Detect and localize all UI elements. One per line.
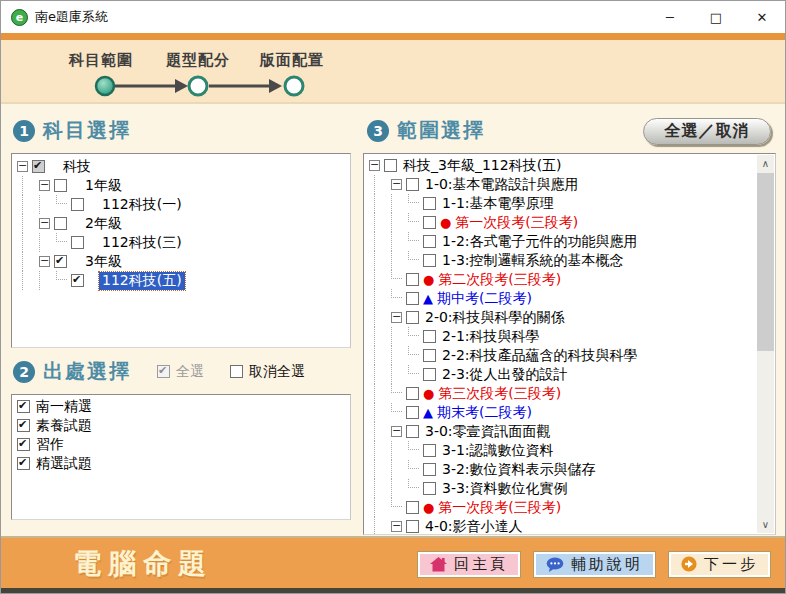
tree-checkbox[interactable] [54,217,67,230]
source-item[interactable]: 精選試題 [12,454,350,473]
tree-checkbox[interactable] [423,254,436,267]
tree-item-label[interactable]: 1-3:控制邏輯系統的基本概念 [439,252,627,270]
tree-item-label[interactable]: 科技 [60,158,94,176]
expander-minus-icon[interactable]: − [391,312,402,323]
tree-checkbox[interactable] [423,444,436,457]
tree-row[interactable]: −1-0:基本電路設計與應用 [364,175,757,194]
select-all-checkbox-icon[interactable] [157,365,170,378]
tree-item-label[interactable]: 112科技(五) [99,272,185,290]
tree-checkbox[interactable] [423,463,436,476]
tree-row[interactable]: −科技 [12,157,350,176]
source-item-checkbox[interactable] [17,457,30,470]
tree-row[interactable]: 2-3:從人出發的設計 [364,365,757,384]
home-button[interactable]: 回主頁 [417,551,521,578]
tree-row[interactable]: 112科技(五) [12,271,350,290]
tree-item-label[interactable]: 3年級 [82,253,125,271]
source-item[interactable]: 素養試題 [12,416,350,435]
scroll-up-icon[interactable]: ∧ [757,155,774,172]
tree-item-label[interactable]: 科技_3年級_112科技(五) [400,157,565,175]
expander-minus-icon[interactable]: − [39,256,50,267]
select-all-checkbox[interactable]: 全選 [157,363,204,381]
tree-row[interactable]: −4-0:影音小達人 [364,517,757,535]
tree-row[interactable]: ▲期末考(二段考) [364,403,757,422]
tree-checkbox[interactable] [423,349,436,362]
tree-checkbox[interactable] [406,178,419,191]
tree-checkbox[interactable] [32,160,45,173]
tree-row[interactable]: 3-1:認識數位資料 [364,441,757,460]
next-step-button[interactable]: 下一步 [668,551,771,578]
tree-checkbox[interactable] [406,273,419,286]
tree-row[interactable]: 112科技(一) [12,195,350,214]
tree-checkbox[interactable] [71,236,84,249]
tree-row[interactable]: ●第一次段考(三段考) [364,498,757,517]
source-item[interactable]: 南一精選 [12,397,350,416]
source-item-checkbox[interactable] [17,438,30,451]
tree-checkbox[interactable] [54,255,67,268]
tree-item-label[interactable]: 第一次段考(三段考) [435,499,564,517]
tree-checkbox[interactable] [423,216,436,229]
tree-item-label[interactable]: 2-1:科技與科學 [439,328,543,346]
tree-item-label[interactable]: 期末考(二段考) [434,404,535,422]
tree-item-label[interactable]: 3-0:零壹資訊面面觀 [422,423,554,441]
tree-checkbox[interactable] [71,274,84,287]
expander-minus-icon[interactable]: − [369,160,380,171]
tree-checkbox[interactable] [54,179,67,192]
tree-row[interactable]: ●第一次段考(三段考) [364,213,757,232]
tree-row[interactable]: 3-2:數位資料表示與儲存 [364,460,757,479]
tree-item-label[interactable]: 期中考(二段考) [434,290,535,308]
source-item-checkbox[interactable] [17,419,30,432]
tree-checkbox[interactable] [423,330,436,343]
tree-checkbox[interactable] [423,482,436,495]
tree-row[interactable]: −3-0:零壹資訊面面觀 [364,422,757,441]
tree-checkbox[interactable] [406,425,419,438]
tree-item-label[interactable]: 1-0:基本電路設計與應用 [422,176,582,194]
tree-row[interactable]: 2-2:科技產品蘊含的科技與科學 [364,346,757,365]
tree-row[interactable]: −3年級 [12,252,350,271]
source-item-checkbox[interactable] [17,400,30,413]
tree-item-label[interactable]: 2-2:科技產品蘊含的科技與科學 [439,347,641,365]
tree-row[interactable]: 3-3:資料數位化實例 [364,479,757,498]
tree-row[interactable]: 2-1:科技與科學 [364,327,757,346]
tree-checkbox[interactable] [406,311,419,324]
tree-checkbox[interactable] [406,501,419,514]
tree-checkbox[interactable] [423,235,436,248]
tree-row[interactable]: 1-2:各式電子元件的功能與應用 [364,232,757,251]
tree-item-label[interactable]: 112科技(一) [99,196,185,214]
tree-row[interactable]: ▲期中考(二段考) [364,289,757,308]
expander-minus-icon[interactable]: − [391,426,402,437]
tree-row[interactable]: ●第二次段考(三段考) [364,270,757,289]
minimize-button[interactable]: ─ [647,1,693,33]
tree-checkbox[interactable] [71,198,84,211]
expander-minus-icon[interactable]: − [391,179,402,190]
expander-minus-icon[interactable]: − [17,161,28,172]
scroll-down-icon[interactable]: ∨ [757,516,774,533]
tree-checkbox[interactable] [384,159,397,172]
tree-item-label[interactable]: 112科技(三) [99,234,185,252]
tree-row[interactable]: 1-3:控制邏輯系統的基本概念 [364,251,757,270]
tree-item-label[interactable]: 2年級 [82,215,125,233]
select-all-toggle-button[interactable]: 全選／取消 [643,118,771,145]
tree-row[interactable]: −1年級 [12,176,350,195]
tree-checkbox[interactable] [423,368,436,381]
deselect-all-checkbox[interactable]: 取消全選 [230,363,305,381]
tree-item-label[interactable]: 1-1:基本電學原理 [439,195,557,213]
close-button[interactable]: ✕ [739,1,785,33]
tree-item-label[interactable]: 4-0:影音小達人 [422,518,526,536]
tree-item-label[interactable]: 第二次段考(三段考) [435,271,564,289]
tree-item-label[interactable]: 1-2:各式電子元件的功能與應用 [439,233,641,251]
help-button[interactable]: 輔助說明 [533,551,656,578]
tree-checkbox[interactable] [406,520,419,533]
tree-checkbox[interactable] [406,387,419,400]
maximize-button[interactable]: □ [693,1,739,33]
tree-row[interactable]: −科技_3年級_112科技(五) [364,156,757,175]
expander-minus-icon[interactable]: − [39,180,50,191]
tree-checkbox[interactable] [406,406,419,419]
tree-item-label[interactable]: 第三次段考(三段考) [435,385,564,403]
tree-item-label[interactable]: 2-3:從人出發的設計 [439,366,571,384]
tree-row[interactable]: 1-1:基本電學原理 [364,194,757,213]
tree-item-label[interactable]: 3-2:數位資料表示與儲存 [439,461,599,479]
deselect-all-checkbox-icon[interactable] [230,365,243,378]
tree-checkbox[interactable] [406,292,419,305]
tree-item-label[interactable]: 1年級 [82,177,125,195]
tree-item-label[interactable]: 2-0:科技與科學的關係 [422,309,568,327]
